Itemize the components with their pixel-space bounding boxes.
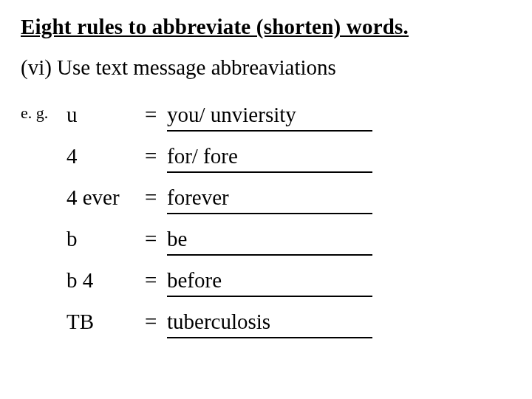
equals-sign: =: [145, 104, 157, 126]
list-item: u = you/ unviersity: [66, 102, 511, 143]
list-item: 4 ever = forever: [66, 185, 511, 226]
answer-blank: for/ fore: [167, 143, 372, 173]
list-item: b = be: [66, 226, 511, 267]
answer-blank: before: [167, 267, 372, 297]
list-item: b 4 = before: [66, 267, 511, 309]
slide-page: Eight rules to abbreviate (shorten) word…: [0, 0, 532, 399]
equals-sign: =: [145, 270, 157, 291]
answer-blank: you/ unviersity: [167, 102, 372, 132]
answer-text: before: [167, 270, 222, 291]
abbr-text: TB: [66, 311, 94, 332]
abbr-text: u: [66, 104, 78, 126]
answer-text: be: [167, 228, 187, 250]
example-list: u = you/ unviersity 4 = for/ fore 4 ever…: [66, 102, 511, 350]
list-item: TB = tuberculosis: [66, 309, 511, 350]
answer-text: for/ fore: [167, 146, 238, 167]
answer-text: tuberculosis: [167, 311, 270, 332]
example-block: e. g. u = you/ unviersity 4 = for/ fore …: [21, 102, 511, 350]
abbr-text: 4: [66, 146, 78, 167]
answer-text: forever: [167, 187, 229, 208]
eg-label: e. g.: [21, 105, 48, 121]
list-item: 4 = for/ fore: [66, 143, 511, 185]
abbr-text: b 4: [66, 270, 93, 291]
answer-text: you/ unviersity: [167, 104, 296, 126]
equals-sign: =: [145, 187, 157, 208]
page-title: Eight rules to abbreviate (shorten) word…: [21, 15, 511, 39]
equals-sign: =: [145, 311, 157, 332]
answer-blank: forever: [167, 185, 372, 214]
abbr-text: b: [66, 228, 78, 250]
answer-blank: be: [167, 226, 372, 256]
rule-heading: (vi) Use text message abbreaviations: [21, 55, 511, 80]
equals-sign: =: [145, 146, 157, 167]
answer-blank: tuberculosis: [167, 309, 372, 338]
equals-sign: =: [145, 228, 157, 250]
abbr-text: 4 ever: [66, 187, 120, 208]
